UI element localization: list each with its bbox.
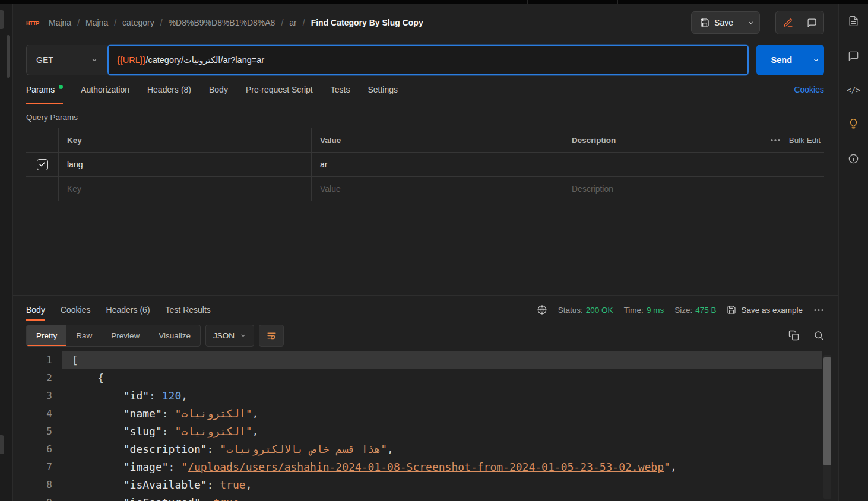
param-key-field[interactable]: lang xyxy=(58,153,311,176)
response-tab-body-label: Body xyxy=(26,305,45,315)
edit-request-button[interactable] xyxy=(776,11,800,34)
json-comma: , xyxy=(387,443,394,455)
wrap-lines-button[interactable] xyxy=(259,325,284,347)
sidebar-scrollbar-thumb[interactable] xyxy=(7,35,10,78)
save-button[interactable]: Save xyxy=(692,12,742,33)
sidebar-handle-top[interactable] xyxy=(0,10,4,29)
json-colon: : xyxy=(207,443,220,455)
bulk-edit-cell: Bulk Edit xyxy=(753,128,824,152)
tab-settings[interactable]: Settings xyxy=(368,75,398,104)
line-number: 9 xyxy=(13,494,62,501)
chevron-down-icon xyxy=(813,57,819,64)
response-more-options-icon[interactable] xyxy=(813,309,824,312)
column-header-description: Description xyxy=(563,128,753,152)
tab-params[interactable]: Params xyxy=(26,75,63,104)
more-options-icon[interactable] xyxy=(770,139,781,142)
table-placeholder-row: Key Value Description xyxy=(26,177,824,201)
header-checkbox-cell xyxy=(26,128,58,152)
line-number: 7 xyxy=(13,458,62,476)
breadcrumb-item[interactable]: ar xyxy=(289,18,296,27)
json-comma: , xyxy=(670,461,677,473)
window-tab-strip xyxy=(0,0,868,4)
comments-sidebar-icon[interactable] xyxy=(848,50,859,62)
response-tab-body[interactable]: Body xyxy=(26,296,45,324)
json-colon: : xyxy=(201,496,214,501)
response-tab-cookies[interactable]: Cookies xyxy=(61,296,91,324)
tab-body[interactable]: Body xyxy=(209,75,228,104)
search-icon[interactable] xyxy=(813,330,824,341)
breadcrumb-item[interactable]: %D8%B9%D8%B1%D8%A8 xyxy=(169,18,275,27)
network-globe-icon[interactable] xyxy=(537,305,547,315)
breadcrumb-item[interactable]: Majna xyxy=(85,18,108,27)
param-value-field[interactable]: ar xyxy=(311,153,563,176)
line-number: 5 xyxy=(13,423,62,440)
save-button-label: Save xyxy=(714,18,733,27)
tab-params-label: Params xyxy=(26,85,55,94)
documentation-icon[interactable] xyxy=(848,15,859,27)
cookies-link[interactable]: Cookies xyxy=(794,85,824,94)
tab-tests[interactable]: Tests xyxy=(331,75,350,104)
response-tab-headers[interactable]: Headers (6) xyxy=(106,296,150,324)
json-key: "slug" xyxy=(123,425,162,437)
line-number: 8 xyxy=(13,476,62,494)
json-comma: , xyxy=(181,389,188,402)
bulk-edit-link[interactable]: Bulk Edit xyxy=(789,136,821,145)
response-tab-test-results[interactable]: Test Results xyxy=(166,296,211,324)
comments-button[interactable] xyxy=(800,11,823,34)
json-comma: , xyxy=(252,425,258,437)
param-value-field[interactable]: Value xyxy=(311,177,563,201)
svg-text:HTTP: HTTP xyxy=(26,20,39,26)
method-select[interactable]: GET xyxy=(26,45,107,75)
code-line: 9 "isFeatured": true xyxy=(13,494,822,501)
view-pretty[interactable]: Pretty xyxy=(27,325,66,346)
save-options-button[interactable] xyxy=(742,12,759,33)
param-enabled-checkbox[interactable] xyxy=(37,159,48,170)
response-body-viewer[interactable]: 1 [ 2 { 3 "id": 120, 4 "name": "الكتروني… xyxy=(13,351,838,501)
response-scrollbar xyxy=(823,355,831,499)
code-snippet-icon[interactable]: </> xyxy=(847,85,860,94)
sidebar-handle-bottom[interactable] xyxy=(0,435,4,454)
column-header-value: Value xyxy=(311,128,563,152)
tab-headers-count: (8) xyxy=(181,85,191,94)
url-input[interactable]: {{URL}}/category/الكترونيات/ar?lang=ar xyxy=(107,45,749,75)
breadcrumb-item[interactable]: Majna xyxy=(49,18,71,27)
param-key-field[interactable]: Key xyxy=(58,177,311,201)
param-description-field[interactable]: Description xyxy=(563,177,824,201)
line-number: 6 xyxy=(13,440,62,458)
json-close-quote: " xyxy=(664,461,670,473)
code-line: 7 "image": "/uploads/users/ashahin-2024-… xyxy=(13,458,822,476)
breadcrumb-separator: / xyxy=(281,18,283,27)
json-key: "name" xyxy=(123,407,162,420)
code-line: 2 { xyxy=(13,369,822,387)
param-description-field[interactable] xyxy=(563,153,824,176)
tab-headers[interactable]: Headers (8) xyxy=(147,75,191,104)
tab-divider xyxy=(617,0,618,4)
tab-body-label: Body xyxy=(209,85,228,94)
tab-prerequest-label: Pre-request Script xyxy=(246,85,313,94)
info-icon[interactable] xyxy=(848,153,859,164)
format-select[interactable]: JSON xyxy=(205,325,254,347)
tab-authorization-label: Authorization xyxy=(81,85,129,94)
view-preview[interactable]: Preview xyxy=(102,325,149,346)
lightbulb-icon[interactable] xyxy=(848,118,859,129)
response-tab-headers-count: (6) xyxy=(140,305,150,315)
header-actions: Save xyxy=(691,11,824,34)
tab-prerequest-script[interactable]: Pre-request Script xyxy=(246,75,313,104)
tab-authorization[interactable]: Authorization xyxy=(81,75,129,104)
response-image-link[interactable]: /uploads/users/ashahin-2024-01-08-Screen… xyxy=(188,461,664,473)
view-visualize[interactable]: Visualize xyxy=(149,325,200,346)
query-params-title: Query Params xyxy=(13,104,838,128)
copy-icon[interactable] xyxy=(788,330,799,341)
save-icon xyxy=(700,18,709,27)
breadcrumb-item[interactable]: category xyxy=(122,18,154,27)
view-raw[interactable]: Raw xyxy=(66,325,102,346)
view-mode-group: Pretty Raw Preview Visualize xyxy=(26,325,201,347)
save-as-example-button[interactable]: Save as example xyxy=(727,305,803,315)
response-scrollbar-thumb[interactable] xyxy=(823,357,831,465)
send-options-button[interactable] xyxy=(807,45,824,75)
json-token: [ xyxy=(72,354,78,366)
send-button[interactable]: Send xyxy=(756,45,807,75)
query-params-table: Key Value Description Bulk Edit lang a xyxy=(26,128,824,201)
table-header-row: Key Value Description Bulk Edit xyxy=(26,128,824,153)
json-key: "isAvailable" xyxy=(123,478,207,491)
